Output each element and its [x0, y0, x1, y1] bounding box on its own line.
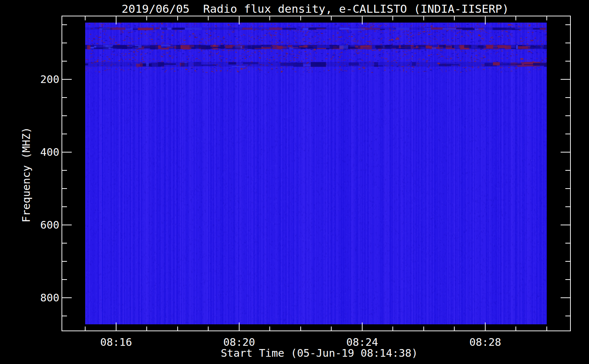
x-tick-bottom: [146, 327, 147, 331]
x-tick-top: [546, 16, 547, 20]
y-tick-left: [62, 24, 67, 25]
y-tick-left: [62, 206, 67, 207]
x-tick-bottom: [485, 323, 486, 331]
x-tick-top: [269, 16, 270, 20]
y-tick-right: [565, 43, 570, 43]
y-tick-right: [565, 24, 570, 25]
y-tick-label: 200: [32, 73, 59, 86]
y-tick-left: [62, 316, 67, 316]
y-tick-right: [565, 61, 570, 62]
x-axis-title: Start Time (05-Jun-19 08:14:38): [221, 347, 418, 359]
x-tick-top: [485, 16, 486, 24]
y-tick-right: [565, 279, 570, 280]
x-tick-top: [208, 16, 209, 20]
x-tick-bottom: [423, 327, 424, 331]
spectrogram-page: 2019/06/05 Radio flux density, e-CALLIST…: [0, 0, 589, 364]
y-tick-left: [62, 170, 67, 171]
y-axis-title: Frequency (MHZ): [20, 127, 32, 222]
y-tick-left: [62, 43, 67, 43]
y-tick-right: [565, 97, 570, 98]
x-tick-bottom: [208, 327, 209, 331]
plot-frame: [62, 16, 571, 331]
x-tick-bottom: [177, 327, 178, 331]
y-tick-left: [62, 152, 72, 153]
y-tick-right: [565, 316, 570, 316]
x-tick-bottom: [546, 327, 547, 331]
x-tick-top: [146, 16, 147, 20]
x-tick-top: [423, 16, 424, 20]
y-tick-right: [565, 134, 570, 134]
x-tick-bottom: [269, 327, 270, 331]
x-tick-bottom: [515, 327, 516, 331]
y-tick-left: [62, 225, 72, 225]
x-tick-bottom: [85, 327, 86, 331]
x-tick-top: [239, 16, 240, 24]
x-tick-bottom: [362, 323, 363, 331]
x-tick-top: [362, 16, 363, 24]
x-tick-label: 08:20: [223, 336, 255, 348]
x-tick-top: [515, 16, 516, 20]
x-tick-top: [85, 16, 86, 20]
y-tick-left: [62, 134, 67, 134]
x-tick-top: [454, 16, 455, 20]
y-tick-left: [62, 279, 67, 280]
y-tick-right: [565, 170, 570, 171]
y-tick-right: [561, 297, 570, 298]
x-tick-label: 08:24: [346, 336, 378, 348]
x-tick-bottom: [454, 327, 455, 331]
y-tick-right: [565, 188, 570, 189]
x-tick-bottom: [116, 323, 116, 331]
x-tick-bottom: [392, 327, 393, 331]
y-tick-right: [565, 243, 570, 244]
x-tick-top: [177, 16, 178, 20]
y-tick-left: [62, 243, 67, 244]
x-tick-top: [392, 16, 393, 20]
x-tick-top: [331, 16, 332, 20]
y-tick-right: [561, 79, 570, 80]
x-tick-bottom: [331, 327, 332, 331]
y-tick-right: [561, 225, 570, 225]
y-tick-right: [561, 152, 570, 153]
x-tick-top: [116, 16, 116, 24]
y-tick-right: [565, 261, 570, 262]
y-tick-left: [62, 188, 67, 189]
x-tick-label: 08:28: [469, 336, 501, 348]
y-tick-label: 400: [32, 146, 59, 158]
x-tick-top: [300, 16, 301, 20]
x-tick-bottom: [239, 323, 240, 331]
y-tick-left: [62, 297, 72, 298]
y-tick-label: 800: [32, 292, 59, 304]
y-tick-left: [62, 61, 67, 62]
y-tick-label: 600: [32, 219, 59, 231]
x-tick-bottom: [300, 327, 301, 331]
y-tick-left: [62, 115, 67, 116]
y-tick-left: [62, 79, 72, 80]
y-tick-left: [62, 97, 67, 98]
y-tick-left: [62, 261, 67, 262]
x-tick-label: 08:16: [100, 336, 132, 348]
y-tick-right: [565, 206, 570, 207]
chart-title: 2019/06/05 Radio flux density, e-CALLIST…: [122, 2, 509, 15]
y-tick-right: [565, 115, 570, 116]
